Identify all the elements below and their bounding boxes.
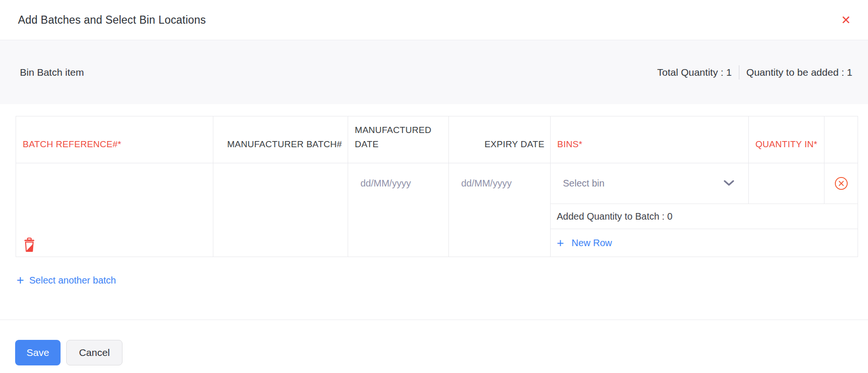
save-button[interactable]: Save [15, 340, 61, 365]
modal-header: Add Batches and Select Bin Locations ✕ [0, 0, 868, 40]
expiry-date-input[interactable] [461, 175, 545, 191]
quantity-to-be-added-label: Quantity to be added : 1 [746, 67, 852, 78]
select-another-batch-label: Select another batch [29, 275, 116, 286]
delete-batch-button[interactable] [24, 238, 35, 253]
summary-divider [739, 65, 739, 80]
column-header-batch-reference: BATCH REFERENCE#* [16, 116, 213, 163]
column-header-bins: BINS* [551, 116, 749, 163]
manufactured-date-cell [348, 163, 449, 257]
delete-row-cell [824, 163, 858, 204]
column-header-actions [824, 116, 858, 163]
remove-bin-row-button[interactable] [833, 176, 849, 191]
column-header-expiry-date: EXPIRY DATE [449, 116, 551, 163]
expiry-date-cell [449, 163, 551, 257]
circle-x-icon [834, 185, 848, 192]
plus-icon: + [557, 237, 564, 249]
column-header-manufactured-date: MANUFACTURED DATE [348, 116, 449, 163]
manufactured-date-input[interactable] [360, 175, 444, 191]
manufacturer-batch-input[interactable] [213, 163, 348, 257]
select-another-batch-button[interactable]: + Select another batch [17, 274, 116, 287]
new-row-label: New Row [571, 238, 612, 249]
column-header-quantity-in: QUANTITY IN* [749, 116, 824, 163]
modal-title: Add Batches and Select Bin Locations [18, 14, 206, 27]
new-row-cell: + New Row [551, 229, 858, 257]
quantity-in-input[interactable] [749, 163, 824, 204]
item-summary-strip: Bin Batch item Total Quantity : 1 Quanti… [0, 40, 868, 104]
chevron-down-icon [724, 179, 734, 188]
batch-bin-table: BATCH REFERENCE#* MANUFACTURER BATCH# MA… [16, 116, 858, 257]
bin-select-dropdown[interactable]: Select bin [551, 163, 749, 204]
modal-footer: Save Cancel [0, 320, 868, 373]
close-icon: ✕ [841, 13, 851, 27]
added-quantity-to-batch: Added Quantity to Batch : 0 [551, 204, 858, 229]
manufacturer-batch-cell [213, 163, 348, 257]
total-quantity-label: Total Quantity : 1 [657, 67, 732, 78]
modal-body: BATCH REFERENCE#* MANUFACTURER BATCH# MA… [0, 104, 868, 287]
quantity-in-cell [749, 163, 824, 204]
item-name: Bin Batch item [20, 67, 84, 78]
batch-reference-input[interactable] [16, 163, 213, 238]
plus-icon: + [17, 274, 24, 287]
cancel-button[interactable]: Cancel [66, 340, 123, 365]
quantity-summary: Total Quantity : 1 Quantity to be added … [657, 65, 852, 80]
column-header-manufacturer-batch: MANUFACTURER BATCH# [213, 116, 348, 163]
new-row-button[interactable]: + New Row [557, 237, 612, 249]
close-button[interactable]: ✕ [838, 12, 854, 28]
select-another-batch-row: + Select another batch [17, 274, 868, 287]
bin-select-placeholder: Select bin [563, 178, 605, 189]
trash-icon [24, 247, 35, 254]
table-row [16, 163, 213, 257]
